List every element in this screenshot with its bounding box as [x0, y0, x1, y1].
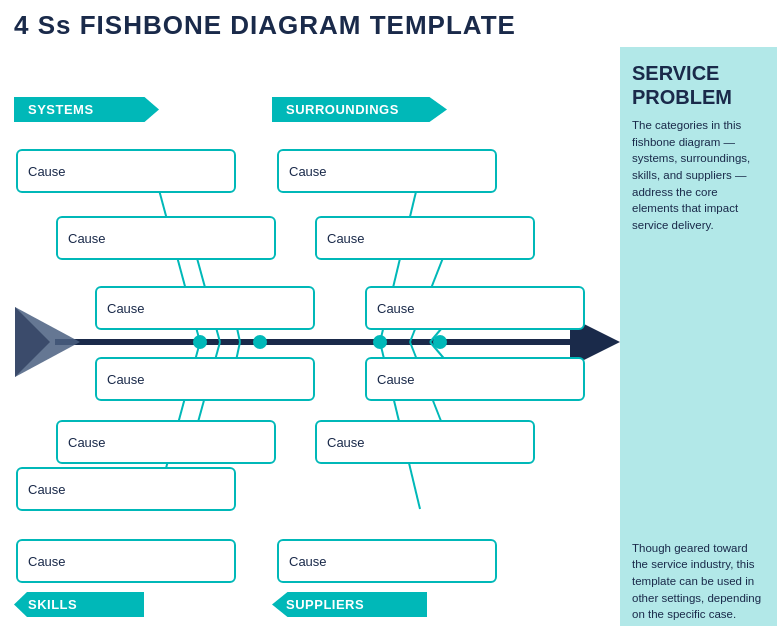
cause-box[interactable]: Cause: [16, 467, 236, 511]
cause-box[interactable]: Cause: [277, 149, 497, 193]
cause-box[interactable]: Cause: [95, 357, 315, 401]
cause-box[interactable]: Cause: [95, 286, 315, 330]
cause-box[interactable]: Cause: [56, 216, 276, 260]
diagram-area: SYSTEMS SURROUNDINGS SKILLS SUPPLIERS Ca…: [0, 47, 620, 626]
surroundings-label: SURROUNDINGS: [272, 97, 447, 122]
svg-point-6: [373, 335, 387, 349]
skills-label: SKILLS: [14, 592, 144, 617]
page-title: 4 Ss FISHBONE DIAGRAM TEMPLATE: [0, 0, 777, 47]
sidebar: SERVICE PROBLEM The categories in this f…: [620, 47, 777, 626]
cause-box[interactable]: Cause: [277, 539, 497, 583]
sidebar-desc1: The categories in this fishbone diagram …: [632, 117, 765, 234]
cause-box[interactable]: Cause: [315, 420, 535, 464]
cause-box[interactable]: Cause: [365, 357, 585, 401]
svg-marker-2: [15, 307, 80, 377]
cause-box[interactable]: Cause: [16, 539, 236, 583]
main-layout: SYSTEMS SURROUNDINGS SKILLS SUPPLIERS Ca…: [0, 47, 777, 626]
svg-marker-3: [15, 307, 50, 377]
svg-point-4: [193, 335, 207, 349]
sidebar-desc2: Though geared toward the service industr…: [632, 540, 765, 623]
svg-point-7: [433, 335, 447, 349]
cause-box[interactable]: Cause: [56, 420, 276, 464]
svg-point-5: [253, 335, 267, 349]
systems-label: SYSTEMS: [14, 97, 159, 122]
cause-box[interactable]: Cause: [16, 149, 236, 193]
sidebar-title: SERVICE PROBLEM: [632, 61, 765, 109]
suppliers-label: SUPPLIERS: [272, 592, 427, 617]
cause-box[interactable]: Cause: [365, 286, 585, 330]
cause-box[interactable]: Cause: [315, 216, 535, 260]
